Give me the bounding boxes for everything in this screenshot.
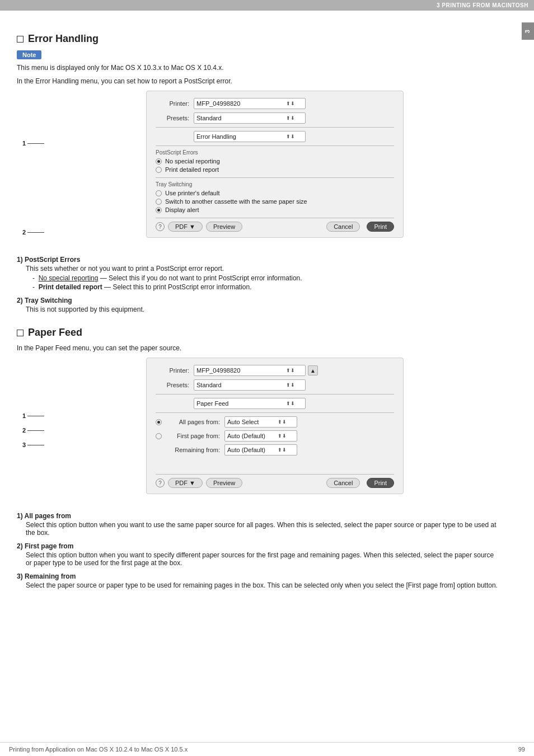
pf-presets-select[interactable]: Standard ⬆⬇: [194, 379, 306, 391]
pf-help-button[interactable]: ?: [156, 478, 165, 487]
printer-select[interactable]: MFP_04998820 ⬆⬇: [194, 98, 306, 109]
error-handling-explanations: 1) PostScript Errors This sets whether o…: [17, 256, 499, 313]
pf-print-button[interactable]: Print: [367, 478, 394, 488]
pf-all-pages-select[interactable]: Auto Select ⬆⬇: [224, 416, 297, 428]
tray-radio1-row[interactable]: Use printer's default: [156, 190, 394, 196]
error-handling-intro: In the Error Handling menu, you can set …: [17, 77, 499, 85]
pf-first-page-radio[interactable]: [156, 433, 162, 439]
pf-annotation-3: 3: [22, 442, 50, 448]
pf-all-pages-row[interactable]: All pages from: Auto Select ⬆⬇: [156, 416, 394, 428]
error-handling-dialog: Printer: MFP_04998820 ⬆⬇ Presets: Standa…: [146, 91, 404, 238]
annotation-2: 2: [22, 229, 50, 236]
pf-remaining-select[interactable]: Auto (Default) ⬆⬇: [224, 444, 297, 456]
pf-annotation-2: 2: [22, 427, 50, 434]
pf-first-page-row[interactable]: First page from: Auto (Default) ⬆⬇: [156, 430, 394, 442]
paper-feed-explanations: 1) All pages from Select this option but…: [17, 512, 499, 589]
postscript-radio1-row[interactable]: No special reporting: [156, 158, 394, 165]
pf-cancel-button[interactable]: Cancel: [326, 478, 360, 488]
top-bar: 3 PRINTING FROM MACINTOSH: [0, 0, 534, 11]
printer-expand-button[interactable]: ▲: [308, 365, 318, 375]
eh-item1-sub1: - No special reporting — Select this if …: [32, 274, 499, 282]
pf-panel-select[interactable]: Paper Feed ⬆⬇: [194, 398, 306, 409]
pf-item2-desc: Select this option button when you want …: [26, 551, 499, 567]
eh-item1-sub2: - Print detailed report — Select this to…: [32, 283, 499, 291]
pf-item3-desc: Select the paper source or paper type to…: [26, 581, 499, 589]
panel-select[interactable]: Error Handling ⬆⬇: [194, 131, 306, 142]
print-button[interactable]: Print: [367, 222, 394, 232]
eh-item2-title: 2) Tray Switching: [17, 297, 499, 304]
pf-printer-select[interactable]: MFP_04998820 ⬆⬇: [194, 365, 306, 376]
pf-all-pages-radio[interactable]: [156, 419, 162, 425]
tray-section-label: Tray Switching: [156, 181, 394, 187]
pf-item3-title: 3) Remaining from: [17, 572, 499, 580]
tray-radio2-row[interactable]: Switch to another cassette with the same…: [156, 198, 394, 205]
paper-feed-intro: In the Paper Feed menu, you can set the …: [17, 344, 499, 352]
top-bar-text: 3 PRINTING FROM MACINTOSH: [437, 2, 528, 8]
preview-button[interactable]: Preview: [206, 222, 242, 232]
note-desc: This menu is displayed only for Mac OS X…: [17, 64, 499, 72]
error-handling-title: Error Handling: [28, 33, 99, 45]
tray-radio2[interactable]: [156, 199, 162, 205]
pf-first-page-select[interactable]: Auto (Default) ⬆⬇: [224, 430, 297, 442]
cancel-button[interactable]: Cancel: [326, 222, 360, 232]
error-handling-section-header: Error Handling: [17, 33, 499, 45]
pf-item2-title: 2) First page from: [17, 542, 499, 550]
footer-left: Printing from Application on Mac OS X 10…: [9, 746, 188, 753]
annotation-1: 1: [22, 140, 50, 147]
paper-feed-section-header: Paper Feed: [17, 327, 499, 339]
side-tab: 3: [522, 22, 534, 40]
pf-item1-desc: Select this option button when you want …: [26, 521, 499, 537]
postscript-radio1[interactable]: [156, 158, 162, 165]
pf-item1-title: 1) All pages from: [17, 512, 499, 520]
presets-select[interactable]: Standard ⬆⬇: [194, 112, 306, 124]
tray-radio1[interactable]: [156, 190, 162, 196]
pf-pdf-button[interactable]: PDF ▼: [168, 478, 203, 488]
paper-feed-dialog: Printer: MFP_04998820 ⬆⬇ ▲ Presets: Stan…: [146, 358, 404, 494]
tray-radio3[interactable]: [156, 207, 162, 213]
eh-item2-desc: This is not supported by this equipment.: [26, 306, 499, 313]
help-button[interactable]: ?: [156, 222, 165, 231]
paper-feed-title: Paper Feed: [28, 327, 82, 339]
tray-radio3-row[interactable]: Display alert: [156, 206, 394, 213]
footer: Printing from Application on Mac OS X 10…: [0, 742, 534, 756]
pf-annotation-1: 1: [22, 412, 50, 419]
postscript-section-label: PostScript Errors: [156, 149, 394, 156]
footer-right: 99: [518, 746, 525, 753]
eh-item1-title: 1) PostScript Errors: [17, 256, 499, 264]
pf-remaining-row: Remaining from: Auto (Default) ⬆⬇: [156, 444, 394, 456]
pdf-button[interactable]: PDF ▼: [168, 222, 203, 232]
error-handling-checkbox: [17, 36, 24, 43]
postscript-radio2-row[interactable]: Print detailed report: [156, 166, 394, 173]
postscript-radio2[interactable]: [156, 167, 162, 173]
eh-item1-desc: This sets whether or not you want to pri…: [26, 265, 499, 273]
note-box: Note: [17, 50, 41, 59]
pf-preview-button[interactable]: Preview: [206, 478, 242, 488]
paper-feed-checkbox: [17, 330, 24, 336]
